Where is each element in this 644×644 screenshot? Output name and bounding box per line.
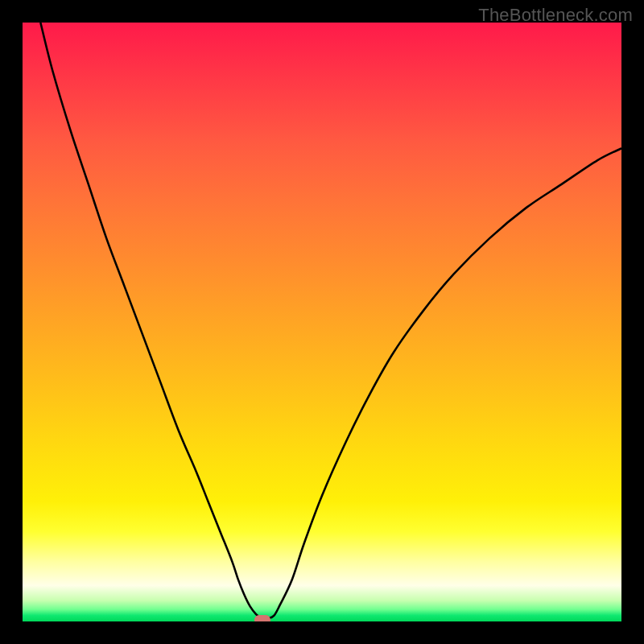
optimum-marker <box>254 615 270 621</box>
bottleneck-curve <box>23 23 621 621</box>
watermark-text: TheBottleneck.com <box>478 5 633 26</box>
plot-area <box>23 23 621 621</box>
curve-path <box>40 23 621 619</box>
